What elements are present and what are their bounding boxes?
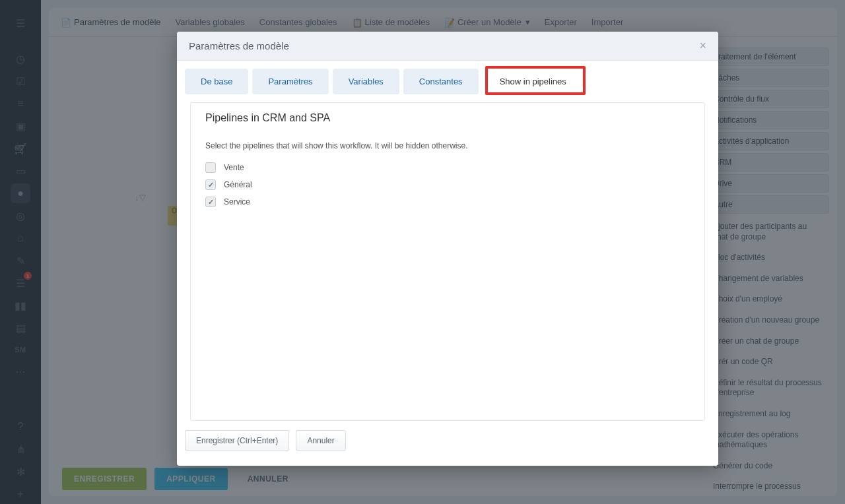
checkbox-row: Vente	[205, 162, 690, 173]
modal-header: Paramètres de modèle ×	[177, 32, 718, 61]
checkbox-vente[interactable]	[205, 162, 216, 173]
tab-params[interactable]: Paramètres	[252, 69, 328, 94]
checkbox-row: Général	[205, 179, 690, 190]
close-icon[interactable]: ×	[699, 39, 706, 53]
checkbox-label: Vente	[224, 163, 244, 172]
modal-save-button[interactable]: Enregistrer (Ctrl+Enter)	[185, 430, 289, 451]
modal-title: Paramètres de modèle	[189, 40, 289, 51]
modal: Paramètres de modèle × De base Paramètre…	[177, 32, 718, 466]
highlight-ring	[485, 66, 586, 95]
tab-basic[interactable]: De base	[185, 69, 248, 94]
checkbox-row: Service	[205, 197, 690, 207]
modal-tabs: De base Paramètres Variables Constantes …	[185, 69, 710, 102]
checkbox-label: Général	[224, 180, 252, 189]
checkbox-service[interactable]	[205, 197, 216, 207]
checkbox-label: Service	[224, 197, 250, 206]
hint-text: Select the pipelines that will show this…	[205, 141, 690, 150]
modal-footer: Enregistrer (Ctrl+Enter) Annuler	[177, 421, 718, 460]
tab-consts[interactable]: Constantes	[403, 69, 479, 94]
checkbox-general[interactable]	[205, 179, 216, 190]
tab-vars[interactable]: Variables	[333, 69, 399, 94]
panel-body: Select the pipelines that will show this…	[190, 131, 705, 421]
modal-cancel-button[interactable]: Annuler	[296, 430, 345, 451]
section-title: Pipelines in CRM and SPA	[190, 102, 705, 131]
